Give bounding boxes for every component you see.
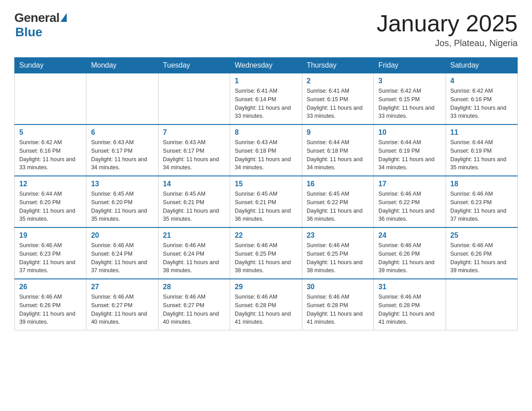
calendar-week-row: 5Sunrise: 6:42 AM Sunset: 6:16 PM Daylig… — [15, 124, 518, 176]
day-info: Sunrise: 6:46 AM Sunset: 6:26 PM Dayligh… — [19, 293, 82, 326]
day-info: Sunrise: 6:46 AM Sunset: 6:27 PM Dayligh… — [91, 293, 153, 326]
day-info: Sunrise: 6:44 AM Sunset: 6:19 PM Dayligh… — [450, 138, 513, 172]
calendar-cell: 23Sunrise: 6:46 AM Sunset: 6:25 PM Dayli… — [302, 227, 373, 279]
day-info: Sunrise: 6:46 AM Sunset: 6:28 PM Dayligh… — [235, 293, 297, 326]
day-number: 1 — [235, 77, 297, 85]
day-number: 9 — [307, 128, 369, 137]
day-info: Sunrise: 6:46 AM Sunset: 6:23 PM Dayligh… — [19, 241, 82, 275]
column-header-sunday: Sunday — [15, 58, 86, 73]
calendar-title: January 2025 — [377, 11, 518, 36]
calendar-cell: 17Sunrise: 6:46 AM Sunset: 6:22 PM Dayli… — [374, 176, 446, 227]
day-number: 13 — [91, 180, 153, 188]
day-number: 10 — [378, 128, 441, 137]
day-info: Sunrise: 6:46 AM Sunset: 6:28 PM Dayligh… — [378, 293, 441, 326]
logo-blue-text: Blue — [15, 25, 43, 39]
calendar-cell: 28Sunrise: 6:46 AM Sunset: 6:27 PM Dayli… — [158, 279, 230, 330]
day-number: 30 — [307, 283, 369, 291]
calendar-cell: 6Sunrise: 6:43 AM Sunset: 6:17 PM Daylig… — [86, 124, 158, 176]
day-info: Sunrise: 6:45 AM Sunset: 6:20 PM Dayligh… — [91, 190, 153, 223]
day-info: Sunrise: 6:46 AM Sunset: 6:25 PM Dayligh… — [235, 241, 297, 275]
calendar-cell: 5Sunrise: 6:42 AM Sunset: 6:16 PM Daylig… — [15, 124, 86, 176]
day-number: 17 — [378, 180, 441, 188]
calendar-cell: 21Sunrise: 6:46 AM Sunset: 6:24 PM Dayli… — [158, 227, 230, 279]
calendar-cell: 16Sunrise: 6:45 AM Sunset: 6:22 PM Dayli… — [302, 176, 373, 227]
calendar-cell: 27Sunrise: 6:46 AM Sunset: 6:27 PM Dayli… — [86, 279, 158, 330]
calendar-cell: 15Sunrise: 6:45 AM Sunset: 6:21 PM Dayli… — [230, 176, 302, 227]
calendar-cell: 2Sunrise: 6:41 AM Sunset: 6:15 PM Daylig… — [302, 73, 373, 125]
day-number: 31 — [378, 283, 441, 291]
calendar-week-row: 19Sunrise: 6:46 AM Sunset: 6:23 PM Dayli… — [15, 227, 518, 279]
day-info: Sunrise: 6:44 AM Sunset: 6:18 PM Dayligh… — [307, 138, 369, 172]
column-header-wednesday: Wednesday — [230, 58, 302, 73]
calendar-cell: 31Sunrise: 6:46 AM Sunset: 6:28 PM Dayli… — [374, 279, 446, 330]
day-info: Sunrise: 6:43 AM Sunset: 6:17 PM Dayligh… — [163, 138, 225, 172]
day-number: 23 — [307, 231, 369, 240]
day-number: 22 — [235, 231, 297, 240]
calendar-cell: 30Sunrise: 6:46 AM Sunset: 6:28 PM Dayli… — [302, 279, 373, 330]
day-info: Sunrise: 6:46 AM Sunset: 6:28 PM Dayligh… — [307, 293, 369, 326]
day-number: 4 — [450, 77, 513, 85]
calendar-cell: 14Sunrise: 6:45 AM Sunset: 6:21 PM Dayli… — [158, 176, 230, 227]
page-header: General Blue January 2025 Jos, Plateau, … — [14, 11, 518, 48]
day-number: 14 — [163, 180, 225, 188]
calendar-cell: 12Sunrise: 6:44 AM Sunset: 6:20 PM Dayli… — [15, 176, 86, 227]
calendar-cell — [158, 73, 230, 125]
day-number: 19 — [19, 231, 82, 240]
calendar-cell: 1Sunrise: 6:41 AM Sunset: 6:14 PM Daylig… — [230, 73, 302, 125]
day-number: 21 — [163, 231, 225, 240]
calendar-week-row: 12Sunrise: 6:44 AM Sunset: 6:20 PM Dayli… — [15, 176, 518, 227]
day-info: Sunrise: 6:46 AM Sunset: 6:26 PM Dayligh… — [450, 241, 513, 275]
calendar-cell: 18Sunrise: 6:46 AM Sunset: 6:23 PM Dayli… — [446, 176, 517, 227]
calendar-cell: 19Sunrise: 6:46 AM Sunset: 6:23 PM Dayli… — [15, 227, 86, 279]
day-number: 24 — [378, 231, 441, 240]
day-info: Sunrise: 6:45 AM Sunset: 6:21 PM Dayligh… — [235, 190, 297, 223]
calendar-cell: 25Sunrise: 6:46 AM Sunset: 6:26 PM Dayli… — [446, 227, 517, 279]
calendar-cell: 26Sunrise: 6:46 AM Sunset: 6:26 PM Dayli… — [15, 279, 86, 330]
calendar-cell — [15, 73, 86, 125]
day-number: 3 — [378, 77, 441, 85]
calendar-subtitle: Jos, Plateau, Nigeria — [377, 38, 518, 48]
calendar-week-row: 1Sunrise: 6:41 AM Sunset: 6:14 PM Daylig… — [15, 73, 518, 125]
day-number: 29 — [235, 283, 297, 291]
calendar-week-row: 26Sunrise: 6:46 AM Sunset: 6:26 PM Dayli… — [15, 279, 518, 330]
column-header-tuesday: Tuesday — [158, 58, 230, 73]
day-info: Sunrise: 6:41 AM Sunset: 6:15 PM Dayligh… — [307, 87, 369, 120]
day-info: Sunrise: 6:45 AM Sunset: 6:22 PM Dayligh… — [307, 190, 369, 223]
calendar-cell: 7Sunrise: 6:43 AM Sunset: 6:17 PM Daylig… — [158, 124, 230, 176]
calendar-header-row: SundayMondayTuesdayWednesdayThursdayFrid… — [15, 58, 518, 73]
day-info: Sunrise: 6:46 AM Sunset: 6:24 PM Dayligh… — [91, 241, 153, 275]
day-info: Sunrise: 6:46 AM Sunset: 6:25 PM Dayligh… — [307, 241, 369, 275]
day-info: Sunrise: 6:43 AM Sunset: 6:18 PM Dayligh… — [235, 138, 297, 172]
column-header-friday: Friday — [374, 58, 446, 73]
day-info: Sunrise: 6:46 AM Sunset: 6:27 PM Dayligh… — [163, 293, 225, 326]
day-number: 6 — [91, 128, 153, 137]
calendar-cell: 13Sunrise: 6:45 AM Sunset: 6:20 PM Dayli… — [86, 176, 158, 227]
day-info: Sunrise: 6:44 AM Sunset: 6:20 PM Dayligh… — [19, 190, 82, 223]
day-info: Sunrise: 6:46 AM Sunset: 6:26 PM Dayligh… — [378, 241, 441, 275]
calendar-cell: 10Sunrise: 6:44 AM Sunset: 6:19 PM Dayli… — [374, 124, 446, 176]
calendar-cell — [86, 73, 158, 125]
day-info: Sunrise: 6:45 AM Sunset: 6:21 PM Dayligh… — [163, 190, 225, 223]
day-number: 20 — [91, 231, 153, 240]
day-number: 15 — [235, 180, 297, 188]
calendar-cell: 9Sunrise: 6:44 AM Sunset: 6:18 PM Daylig… — [302, 124, 373, 176]
calendar-cell: 24Sunrise: 6:46 AM Sunset: 6:26 PM Dayli… — [374, 227, 446, 279]
calendar-cell — [446, 279, 517, 330]
day-info: Sunrise: 6:42 AM Sunset: 6:15 PM Dayligh… — [378, 87, 441, 120]
day-number: 2 — [307, 77, 369, 85]
day-info: Sunrise: 6:46 AM Sunset: 6:22 PM Dayligh… — [378, 190, 441, 223]
logo: General Blue — [14, 11, 67, 39]
calendar-cell: 20Sunrise: 6:46 AM Sunset: 6:24 PM Dayli… — [86, 227, 158, 279]
day-number: 16 — [307, 180, 369, 188]
day-info: Sunrise: 6:42 AM Sunset: 6:16 PM Dayligh… — [19, 138, 82, 172]
day-number: 12 — [19, 180, 82, 188]
day-info: Sunrise: 6:42 AM Sunset: 6:16 PM Dayligh… — [450, 87, 513, 120]
day-number: 28 — [163, 283, 225, 291]
column-header-saturday: Saturday — [446, 58, 517, 73]
day-number: 27 — [91, 283, 153, 291]
calendar-cell: 11Sunrise: 6:44 AM Sunset: 6:19 PM Dayli… — [446, 124, 517, 176]
day-number: 25 — [450, 231, 513, 240]
calendar-cell: 8Sunrise: 6:43 AM Sunset: 6:18 PM Daylig… — [230, 124, 302, 176]
calendar-cell: 29Sunrise: 6:46 AM Sunset: 6:28 PM Dayli… — [230, 279, 302, 330]
day-info: Sunrise: 6:43 AM Sunset: 6:17 PM Dayligh… — [91, 138, 153, 172]
